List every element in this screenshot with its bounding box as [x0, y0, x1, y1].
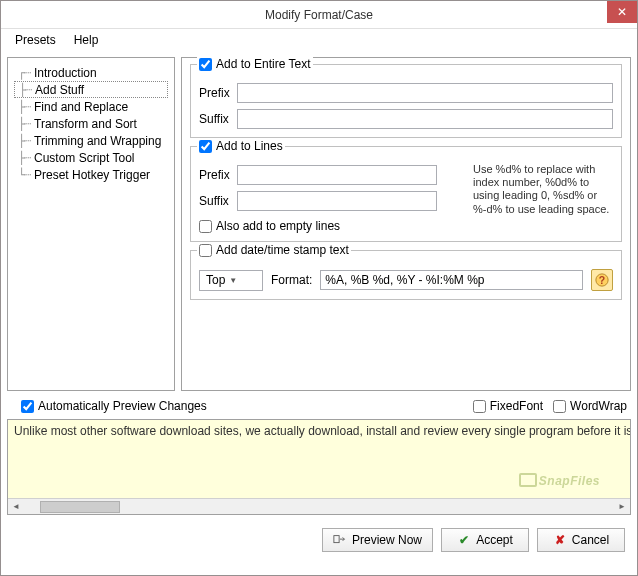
check-icon: ✔: [457, 533, 471, 547]
sidebar-item-preset-hotkey[interactable]: └┈Preset Hotkey Trigger: [14, 166, 168, 183]
lines-suffix-input[interactable]: [237, 191, 437, 211]
group-add-lines: Add to Lines Prefix Use %d% to replace w…: [190, 146, 622, 242]
watermark: SnapFiles: [519, 469, 600, 490]
sidebar-item-introduction[interactable]: ┌┈Introduction: [14, 64, 168, 81]
checkbox-word-wrap[interactable]: [553, 400, 566, 413]
close-button[interactable]: ✕: [607, 1, 637, 23]
fixed-font-label: FixedFont: [490, 399, 543, 413]
preview-icon: [333, 533, 347, 547]
menu-help[interactable]: Help: [66, 31, 107, 49]
content-panel: Add to Entire Text Prefix Suffix Add to …: [181, 57, 631, 391]
preview-text: Unlike most other software download site…: [8, 420, 630, 442]
check-empty-lines[interactable]: Also add to empty lines: [199, 219, 613, 233]
tree-line-icon: └┈: [18, 168, 30, 182]
checkbox-date-stamp[interactable]: [199, 244, 212, 257]
scrollbar-thumb[interactable]: [40, 501, 120, 513]
options-row: Automatically Preview Changes FixedFont …: [1, 395, 637, 417]
menu-presets[interactable]: Presets: [7, 31, 64, 49]
word-wrap-label: WordWrap: [570, 399, 627, 413]
accept-button[interactable]: ✔ Accept: [441, 528, 529, 552]
scroll-right-icon[interactable]: ►: [614, 499, 630, 515]
sidebar-item-find-replace[interactable]: ├┈Find and Replace: [14, 98, 168, 115]
titlebar: Modify Format/Case ✕: [1, 1, 637, 29]
question-icon: ?: [595, 273, 609, 287]
sidebar-item-label: Preset Hotkey Trigger: [34, 168, 150, 182]
preview-area: Unlike most other software download site…: [7, 419, 631, 515]
checkbox-lines[interactable]: [199, 140, 212, 153]
sidebar: ┌┈Introduction ├┈Add Stuff ├┈Find and Re…: [7, 57, 175, 391]
group-add-entire-text: Add to Entire Text Prefix Suffix: [190, 64, 622, 138]
sidebar-item-transform-sort[interactable]: ├┈Transform and Sort: [14, 115, 168, 132]
entire-text-suffix-input[interactable]: [237, 109, 613, 129]
sidebar-item-label: Trimming and Wrapping: [34, 134, 161, 148]
check-add-lines[interactable]: Add to Lines: [197, 139, 285, 153]
tree-line-icon: ├┈: [18, 134, 30, 148]
svg-text:?: ?: [599, 274, 605, 286]
button-label: Accept: [476, 533, 513, 547]
horizontal-scrollbar[interactable]: ◄ ►: [8, 498, 630, 514]
snapfiles-icon: [519, 473, 537, 487]
prefix-label: Prefix: [199, 168, 231, 182]
group-title: Add to Lines: [216, 139, 283, 153]
tree-line-icon: ├┈: [18, 100, 30, 114]
entire-text-prefix-input[interactable]: [237, 83, 613, 103]
chevron-down-icon: ▼: [229, 276, 237, 285]
check-add-entire-text[interactable]: Add to Entire Text: [197, 57, 313, 71]
group-title: Add date/time stamp text: [216, 243, 349, 257]
check-auto-preview[interactable]: Automatically Preview Changes: [21, 399, 207, 413]
sidebar-item-label: Find and Replace: [34, 100, 128, 114]
sidebar-item-label: Add Stuff: [35, 83, 84, 97]
suffix-label: Suffix: [199, 194, 231, 208]
check-date-stamp[interactable]: Add date/time stamp text: [197, 243, 351, 257]
checkbox-entire-text[interactable]: [199, 58, 212, 71]
suffix-label: Suffix: [199, 112, 231, 126]
auto-preview-label: Automatically Preview Changes: [38, 399, 207, 413]
lines-hint: Use %d% to replace with index number, %0…: [473, 163, 613, 216]
button-label: Cancel: [572, 533, 609, 547]
group-date-stamp: Add date/time stamp text Top ▼ Format: ?: [190, 250, 622, 300]
sidebar-item-trimming-wrapping[interactable]: ├┈Trimming and Wrapping: [14, 132, 168, 149]
date-format-input[interactable]: [320, 270, 583, 290]
format-help-button[interactable]: ?: [591, 269, 613, 291]
sidebar-item-add-stuff[interactable]: ├┈Add Stuff: [14, 81, 168, 98]
main-area: ┌┈Introduction ├┈Add Stuff ├┈Find and Re…: [1, 51, 637, 395]
button-row: Preview Now ✔ Accept ✘ Cancel: [1, 515, 637, 565]
tree-line-icon: ├┈: [18, 151, 30, 165]
menubar: Presets Help: [1, 29, 637, 51]
tree-line-icon: ┌┈: [18, 66, 30, 80]
sidebar-item-label: Introduction: [34, 66, 97, 80]
checkbox-auto-preview[interactable]: [21, 400, 34, 413]
lines-prefix-input[interactable]: [237, 165, 437, 185]
prefix-label: Prefix: [199, 86, 231, 100]
button-label: Preview Now: [352, 533, 422, 547]
group-title: Add to Entire Text: [216, 57, 311, 71]
combo-value: Top: [206, 273, 225, 287]
empty-lines-label: Also add to empty lines: [216, 219, 340, 233]
check-fixed-font[interactable]: FixedFont: [473, 399, 543, 413]
preview-now-button[interactable]: Preview Now: [322, 528, 433, 552]
sidebar-item-label: Custom Script Tool: [34, 151, 134, 165]
tree-line-icon: ├┈: [19, 83, 31, 97]
date-position-combo[interactable]: Top ▼: [199, 270, 263, 291]
close-icon: ✕: [617, 5, 627, 19]
sidebar-item-label: Transform and Sort: [34, 117, 137, 131]
format-label: Format:: [271, 273, 312, 287]
cancel-button[interactable]: ✘ Cancel: [537, 528, 625, 552]
svg-rect-2: [334, 536, 339, 543]
checkbox-fixed-font[interactable]: [473, 400, 486, 413]
check-word-wrap[interactable]: WordWrap: [553, 399, 627, 413]
x-icon: ✘: [553, 533, 567, 547]
scroll-left-icon[interactable]: ◄: [8, 499, 24, 515]
checkbox-empty-lines[interactable]: [199, 220, 212, 233]
sidebar-item-custom-script[interactable]: ├┈Custom Script Tool: [14, 149, 168, 166]
tree-line-icon: ├┈: [18, 117, 30, 131]
window-title: Modify Format/Case: [265, 8, 373, 22]
